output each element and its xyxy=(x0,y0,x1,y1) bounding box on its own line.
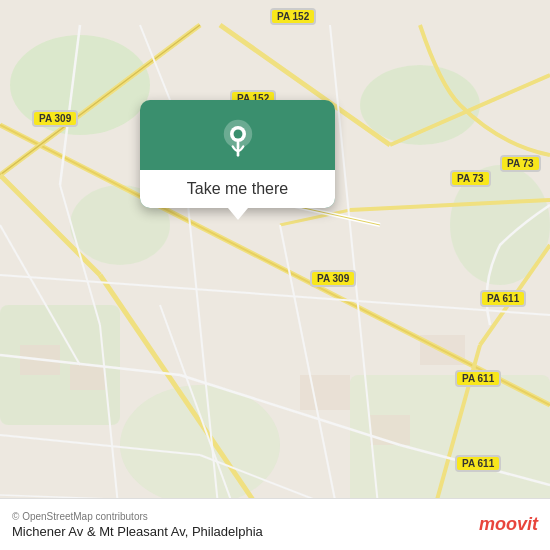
badge-pa73-right: PA 73 xyxy=(450,170,491,187)
bottom-info: © OpenStreetMap contributors Michener Av… xyxy=(12,511,263,539)
svg-rect-10 xyxy=(300,375,350,410)
map-popup[interactable]: Take me there xyxy=(140,100,335,208)
location-pin-icon xyxy=(218,118,258,158)
badge-pa152-top: PA 152 xyxy=(270,8,316,25)
popup-icon-area xyxy=(218,100,258,170)
moovit-logo: moovit xyxy=(479,514,538,535)
location-text: Michener Av & Mt Pleasant Av, Philadelph… xyxy=(12,524,263,539)
badge-pa309-left: PA 309 xyxy=(32,110,78,127)
badge-pa73-far: PA 73 xyxy=(500,155,541,172)
svg-point-46 xyxy=(233,130,242,139)
moovit-brand-text: moovit xyxy=(479,514,538,535)
svg-rect-11 xyxy=(370,415,410,445)
badge-pa611-bot1: PA 611 xyxy=(455,370,501,387)
badge-pa309-bot: PA 309 xyxy=(310,270,356,287)
popup-triangle xyxy=(228,208,248,220)
bottom-bar: © OpenStreetMap contributors Michener Av… xyxy=(0,498,550,550)
take-me-there-button[interactable]: Take me there xyxy=(140,170,335,208)
svg-point-5 xyxy=(120,385,280,505)
badge-pa611-right: PA 611 xyxy=(480,290,526,307)
svg-rect-9 xyxy=(70,365,105,390)
badge-pa611-bot2: PA 611 xyxy=(455,455,501,472)
copyright-text: © OpenStreetMap contributors xyxy=(12,511,263,522)
map-container[interactable]: PA 152 PA 309 PA 152 PA 73 PA 73 PA 309 … xyxy=(0,0,550,550)
svg-point-1 xyxy=(10,35,150,135)
